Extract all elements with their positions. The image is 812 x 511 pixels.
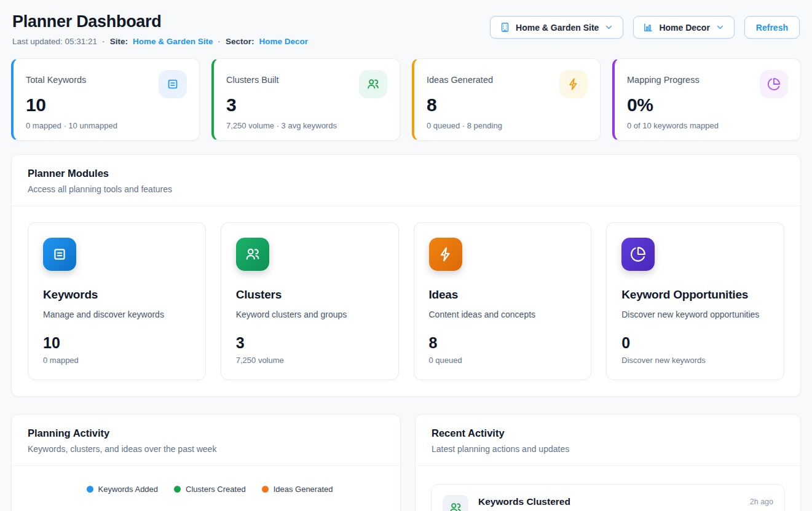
stat-card-ideas-generated: Ideas Generated 8 0 queued · 8 pending	[412, 58, 601, 141]
zap-icon	[559, 70, 588, 98]
refresh-button[interactable]: Refresh	[744, 16, 800, 39]
site-selector-label: Home & Garden Site	[516, 23, 599, 33]
bar-chart-icon	[643, 22, 653, 33]
module-subtext: Discover new keywords	[621, 356, 769, 365]
header-controls: Home & Garden Site Home Decor Refresh	[490, 16, 800, 39]
module-description: Keyword clusters and groups	[236, 310, 384, 319]
module-value: 3	[236, 334, 384, 352]
refresh-button-label: Refresh	[756, 23, 788, 33]
planner-dashboard-page: Planner Dashboard Last updated: 05:31:21…	[0, 0, 812, 511]
legend-dot	[174, 486, 181, 493]
legend-label: Keywords Added	[98, 485, 159, 494]
users-icon	[359, 70, 387, 98]
legend-dot	[87, 486, 93, 493]
stat-label: Mapping Progress	[627, 70, 700, 85]
recent-activity-subtitle: Latest planning actions and updates	[432, 444, 784, 454]
chevron-down-icon	[604, 23, 613, 32]
modules-title: Planner Modules	[28, 168, 784, 179]
sector-link[interactable]: Home Decor	[259, 37, 308, 46]
stat-card-mapping-progress: Mapping Progress 0% 0 of 10 keywords map…	[612, 58, 801, 141]
module-description: Content ideas and concepts	[429, 310, 577, 319]
legend-dot	[262, 486, 269, 493]
module-subtext: 0 queued	[429, 356, 577, 365]
pie-chart-icon	[760, 70, 788, 98]
module-value: 0	[621, 334, 769, 352]
module-description: Manage and discover keywords	[43, 310, 191, 319]
module-title: Clusters	[236, 288, 384, 302]
note-icon	[43, 238, 76, 271]
planning-activity-subtitle: Keywords, clusters, and ideas over the p…	[28, 444, 384, 454]
module-title: Keyword Opportunities	[621, 288, 769, 302]
stat-value: 0%	[627, 95, 788, 115]
module-card-ideas[interactable]: Ideas Content ideas and concepts 8 0 que…	[414, 222, 592, 380]
legend-item-clusters-created: Clusters Created	[174, 485, 246, 494]
stat-subtext: 0 of 10 keywords mapped	[627, 121, 788, 130]
sector-selector-button[interactable]: Home Decor	[633, 16, 734, 39]
planning-activity-title: Planning Activity	[28, 427, 384, 439]
stat-subtext: 0 queued · 8 pending	[427, 121, 588, 130]
module-card-keywords[interactable]: Keywords Manage and discover keywords 10…	[28, 222, 206, 380]
header-meta: Last updated: 05:31:21 · Site: Home & Ga…	[12, 37, 308, 46]
stat-card-clusters-built: Clusters Built 3 7,250 volume · 3 avg ke…	[211, 58, 400, 141]
meta-separator: ·	[218, 37, 221, 46]
bottom-row: Planning Activity Keywords, clusters, an…	[11, 414, 801, 511]
recent-activity-panel: Recent Activity Latest planning actions …	[415, 414, 801, 511]
last-updated-text: Last updated: 05:31:21	[12, 37, 97, 46]
note-icon	[159, 70, 187, 98]
legend-label: Clusters Created	[186, 485, 246, 494]
stat-card-total-keywords: Total Keywords 10 0 mapped · 10 unmapped	[11, 58, 200, 141]
planning-activity-panel: Planning Activity Keywords, clusters, an…	[11, 414, 401, 511]
zap-icon	[429, 238, 462, 271]
module-subtext: 0 mapped	[43, 356, 191, 365]
stat-label: Total Keywords	[26, 70, 86, 85]
stats-row: Total Keywords 10 0 mapped · 10 unmapped…	[11, 58, 801, 141]
module-value: 10	[43, 334, 191, 352]
activity-timestamp: 2h ago	[750, 497, 773, 506]
stat-subtext: 0 mapped · 10 unmapped	[26, 121, 187, 130]
pie-chart-icon	[621, 238, 655, 271]
recent-activity-title: Recent Activity	[432, 427, 784, 439]
legend-label: Ideas Generated	[274, 485, 333, 494]
building-icon	[500, 22, 510, 33]
module-subtext: 7,250 volume	[236, 356, 384, 365]
legend-item-ideas-generated: Ideas Generated	[262, 485, 333, 494]
sector-label: Sector:	[226, 37, 254, 46]
modules-subtitle: Access all planning tools and features	[28, 184, 784, 194]
stat-value: 8	[427, 95, 588, 115]
meta-separator: ·	[102, 37, 105, 46]
page-title: Planner Dashboard	[12, 12, 308, 31]
site-selector-button[interactable]: Home & Garden Site	[490, 16, 623, 39]
sector-selector-label: Home Decor	[659, 23, 709, 33]
stat-label: Clusters Built	[226, 70, 278, 85]
module-title: Ideas	[429, 288, 577, 302]
site-label: Site:	[110, 37, 128, 46]
module-card-clusters[interactable]: Clusters Keyword clusters and groups 3 7…	[221, 222, 399, 380]
users-icon	[236, 238, 269, 271]
module-value: 8	[429, 334, 577, 352]
activity-item-keywords-clustered: Keywords Clustered 3 new clusters create…	[431, 484, 785, 511]
module-title: Keywords	[43, 288, 191, 302]
chevron-down-icon	[715, 23, 725, 32]
modules-grid: Keywords Manage and discover keywords 10…	[12, 206, 800, 396]
activity-chart: Keywords Added Clusters Created Ideas Ge…	[12, 466, 400, 511]
site-link[interactable]: Home & Garden Site	[133, 37, 213, 46]
stat-label: Ideas Generated	[427, 70, 493, 85]
module-card-keyword-opportunities[interactable]: Keyword Opportunities Discover new keywo…	[606, 222, 784, 380]
planner-modules-panel: Planner Modules Access all planning tool…	[11, 154, 801, 397]
module-description: Discover new keyword opportunities	[621, 310, 769, 319]
activity-title: Keywords Clustered	[478, 496, 740, 507]
page-header: Planner Dashboard Last updated: 05:31:21…	[11, 12, 801, 46]
stat-subtext: 7,250 volume · 3 avg keywords	[226, 121, 387, 130]
stat-value: 10	[26, 95, 187, 115]
users-icon	[443, 495, 468, 511]
legend-item-keywords-added: Keywords Added	[87, 485, 159, 494]
recent-activity-list: Keywords Clustered 3 new clusters create…	[416, 466, 800, 511]
chart-legend: Keywords Added Clusters Created Ideas Ge…	[26, 485, 393, 494]
stat-value: 3	[226, 95, 387, 115]
